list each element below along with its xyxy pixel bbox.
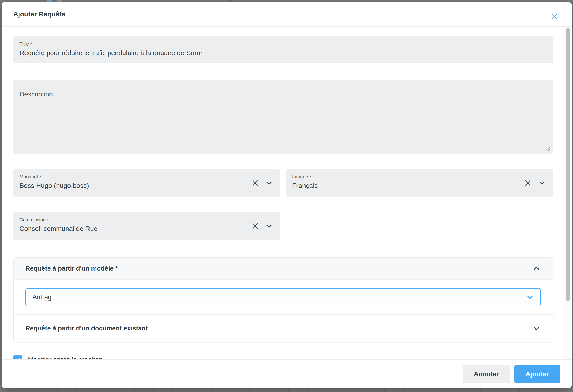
commission-field-label: Commission * [19,216,274,223]
clear-icon [251,179,259,187]
check-icon [14,356,21,360]
close-button[interactable] [549,11,560,22]
mandant-dropdown-button[interactable] [265,178,274,188]
chevron-down-icon [266,179,273,187]
langue-select-field[interactable]: Langue * Français [286,169,553,197]
edit-after-creation-row: Modifier après la création [13,355,553,359]
backdrop-page-edge-bottom [0,389,573,392]
chevron-down-icon [532,324,541,333]
close-icon [550,12,559,21]
dialog-body: Titre * Requête pour réduire le trafic p… [2,27,572,359]
mandant-field-label: Mandant * [19,173,274,180]
submit-button[interactable]: Ajouter [514,365,560,383]
clear-icon [251,222,259,230]
title-field[interactable]: Titre * Requête pour réduire le trafic p… [13,36,553,63]
document-panel-title: Requête à partir d'un document existant [25,325,148,332]
template-select-value: Antrag [33,294,52,301]
dialog-footer: Annuler Ajouter [2,359,572,389]
langue-field-label: Langue * [292,173,547,180]
resize-handle-icon[interactable] [545,146,551,152]
description-placeholder: Description [19,90,547,98]
dialog-title: Ajouter Requête [13,10,65,18]
vertical-scrollbar[interactable] [565,27,571,359]
commission-dropdown-button[interactable] [265,221,274,231]
edit-after-creation-checkbox[interactable] [13,355,22,359]
dialog-header: Ajouter Requête [2,2,572,27]
scrollbar-thumb[interactable] [566,28,570,301]
chevron-down-icon [538,179,546,187]
commission-field-value: Conseil communal de Rue [19,223,274,234]
title-field-value: Requête pour réduire le trafic pendulair… [19,48,547,58]
mandant-select-field[interactable]: Mandant * Boss Hugo (hugo.boss) [13,169,280,197]
title-field-label: Titre * [19,40,547,48]
description-textarea[interactable]: Description [13,80,553,154]
edit-after-creation-label: Modifier après la création [28,355,102,359]
mandant-field-value: Boss Hugo (hugo.boss) [19,180,274,191]
template-expansion-panel: Requête à partir d'un modèle * Antrag [13,257,553,342]
langue-field-value: Français [292,180,547,191]
cancel-button[interactable]: Annuler [463,365,510,383]
backdrop-page-edge [571,0,573,392]
mandant-clear-button[interactable] [251,178,260,188]
chevron-down-icon [526,293,534,302]
chevron-up-icon [532,264,541,273]
add-request-dialog: Ajouter Requête Titre * Requête pour réd… [2,2,572,389]
clear-icon [524,179,532,187]
template-select[interactable]: Antrag [25,288,541,306]
template-panel-header[interactable]: Requête à partir d'un modèle * [14,258,553,280]
langue-dropdown-button[interactable] [537,178,547,188]
commission-select-field[interactable]: Commission * Conseil communal de Rue [13,212,280,240]
langue-clear-button[interactable] [523,178,533,188]
chevron-down-icon [266,222,273,230]
document-panel-header[interactable]: Requête à partir d'un document existant [14,315,553,342]
commission-clear-button[interactable] [251,221,260,231]
template-panel-title: Requête à partir d'un modèle * [25,265,118,272]
